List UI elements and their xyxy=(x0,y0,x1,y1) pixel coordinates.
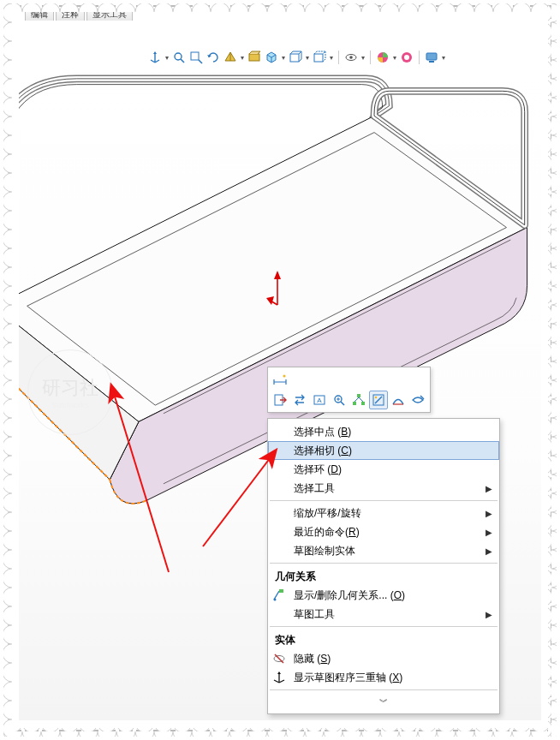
svg-point-27 xyxy=(375,397,377,398)
menu-recent-commands[interactable]: 最近的命令(R) ▶ xyxy=(268,522,499,541)
menu-expand-icon[interactable]: ︾ xyxy=(268,693,499,708)
menu-label: 缩放/平移/旋转 xyxy=(290,506,486,521)
submenu-arrow-icon: ▶ xyxy=(486,484,492,493)
context-menu: 选择中点 (B) 选择相切 (C) 选择环 (D) 选择工具 ▶ 缩放/平移/旋… xyxy=(267,418,500,714)
zoom-to-selection-icon[interactable] xyxy=(330,391,349,409)
svg-point-18 xyxy=(283,375,286,378)
triad-axes-icon xyxy=(268,671,290,684)
tangent-arc-icon[interactable] xyxy=(389,391,408,409)
context-toolbar: A xyxy=(267,367,431,413)
submenu-arrow-icon: ▶ xyxy=(486,610,492,619)
menu-label: 选择环 (D) xyxy=(290,462,492,477)
menu-label: 显示草图程序三重轴 (X) xyxy=(290,671,492,685)
menu-separator xyxy=(270,626,497,627)
menu-selection-tools[interactable]: 选择工具 ▶ xyxy=(268,479,499,498)
menu-label: 草图工具 xyxy=(290,607,486,622)
tab-display-tools[interactable]: 显示工具 xyxy=(86,9,133,21)
menu-separator xyxy=(270,689,497,690)
menu-select-midpoint[interactable]: 选择中点 (B) xyxy=(268,422,499,441)
menu-label: 最近的命令(R) xyxy=(290,525,486,540)
app-frame: 编辑 注释 显示工具 ▾ ▾ ▾ ▾ ▾ ▾ ▾ xyxy=(8,5,552,731)
auto-relations-icon[interactable] xyxy=(369,391,388,409)
menu-hide[interactable]: 隐藏 (S) xyxy=(268,649,499,668)
menu-show-sketch-triad[interactable]: 显示草图程序三重轴 (X) xyxy=(268,668,499,687)
hide-icon xyxy=(268,652,290,665)
exit-sketch-icon[interactable] xyxy=(271,391,289,409)
submenu-arrow-icon: ▶ xyxy=(486,528,492,537)
svg-rect-28 xyxy=(279,589,283,593)
swap-icon[interactable] xyxy=(290,391,309,409)
note-icon[interactable]: A xyxy=(310,391,329,409)
svg-rect-24 xyxy=(353,402,356,405)
construction-icon[interactable] xyxy=(408,391,427,409)
menu-select-loop[interactable]: 选择环 (D) xyxy=(268,460,499,479)
svg-rect-25 xyxy=(361,402,365,405)
smart-dimension-icon[interactable] xyxy=(271,370,289,389)
menu-sketch-tools[interactable]: 草图工具 ▶ xyxy=(268,605,499,624)
menu-separator xyxy=(270,500,497,501)
menu-label: 选择相切 (C) xyxy=(290,444,492,458)
menu-show-delete-relations[interactable]: 显示/删除几何关系... (O) xyxy=(268,586,499,605)
relations-list-icon xyxy=(268,588,290,602)
menu-label: 隐藏 (S) xyxy=(290,652,492,666)
menu-sketch-entities[interactable]: 草图绘制实体 ▶ xyxy=(268,541,499,560)
menu-label: 草图绘制实体 xyxy=(290,544,486,558)
svg-point-29 xyxy=(274,599,277,601)
menu-section-geometry: 几何关系 xyxy=(268,566,499,586)
tab-edit[interactable]: 编辑 xyxy=(25,9,54,21)
menu-label: 选择工具 xyxy=(290,481,486,496)
menu-section-entity: 实体 xyxy=(268,630,499,649)
svg-rect-23 xyxy=(357,394,360,397)
menu-select-tangency[interactable]: 选择相切 (C) xyxy=(268,441,499,460)
menu-zoom-pan-rotate[interactable]: 缩放/平移/旋转 ▶ xyxy=(268,504,499,522)
ribbon-tabs: 编辑 注释 显示工具 xyxy=(25,9,133,21)
svg-text:A: A xyxy=(317,397,322,404)
submenu-arrow-icon: ▶ xyxy=(486,509,492,518)
menu-separator xyxy=(270,563,497,564)
menu-label: 显示/删除几何关系... (O) xyxy=(290,588,492,603)
tab-annotate[interactable]: 注释 xyxy=(56,9,85,21)
viewport[interactable]: ▾ ▾ ▾ ▾ ▾ ▾ ▾ ▾ xyxy=(19,24,541,720)
menu-label: 选择中点 (B) xyxy=(290,425,492,439)
submenu-arrow-icon: ▶ xyxy=(486,546,492,556)
relations-icon[interactable] xyxy=(349,391,368,409)
